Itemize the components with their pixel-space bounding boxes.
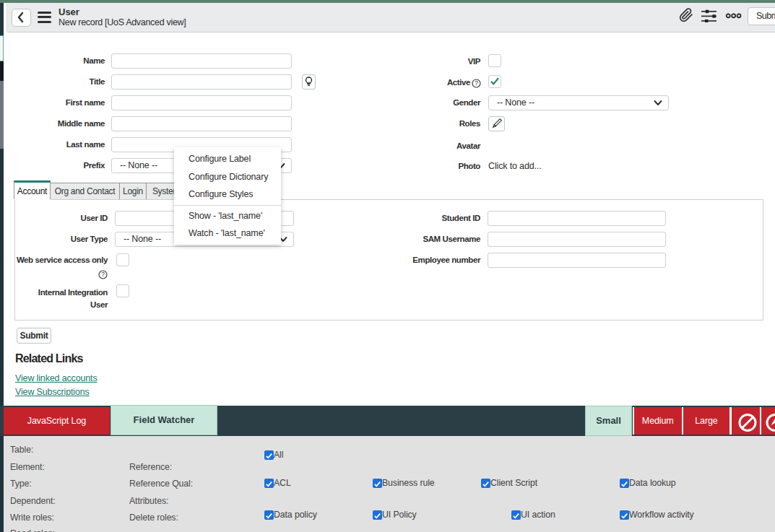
svg-text:?: ? xyxy=(101,271,105,278)
svg-text:?: ? xyxy=(475,79,478,87)
